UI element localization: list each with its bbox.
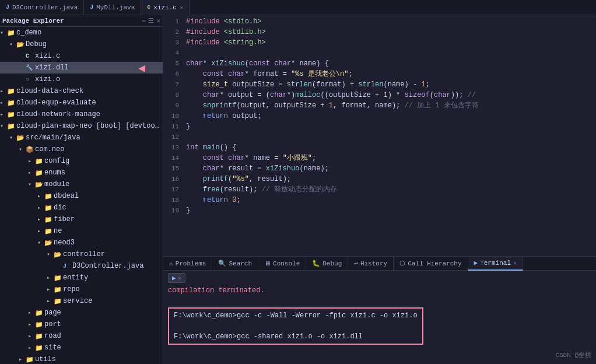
terminal-content: compilation terminated. F:\work\c_demo>g… — [168, 285, 591, 346]
project-icon: 📁 — [7, 99, 16, 107]
tree-item-service[interactable]: ▸ 📁 service — [0, 295, 163, 307]
tree-item-ne[interactable]: ▸ 📁 ne — [0, 225, 163, 237]
tree-item-xizi-dll[interactable]: 🔧 xizi.dll ◀ — [0, 62, 163, 74]
item-label: dbdeal — [54, 192, 79, 200]
tree-item-enums[interactable]: ▸ 📁 enums — [0, 167, 163, 178]
editor-area: 1 #include <stdio.h> 2 #include <stdlib.… — [163, 15, 596, 364]
project-icon: 📁 — [7, 29, 16, 37]
tab-xizi-c[interactable]: c xizi.c ✕ — [141, 0, 190, 15]
item-label: Debug — [26, 40, 47, 48]
close-icon[interactable]: ✕ — [178, 275, 181, 282]
item-label: controller — [63, 250, 105, 258]
bottom-panel: ⚠ Problems 🔍 Search 🖥 Console 🐛 Debug ↩ — [163, 256, 596, 364]
tab-label: Debug — [322, 260, 342, 267]
item-label: dic — [54, 204, 66, 212]
arrow-icon: ▸ — [47, 298, 54, 304]
tree-item-cloud-equp-evaluate[interactable]: ▸ 📁 cloud-equp-evaluate — [0, 97, 163, 108]
tab-debug[interactable]: 🐛 Debug — [306, 257, 348, 271]
tree-item-site[interactable]: ▸ 📁 site — [0, 342, 163, 354]
item-label: xizi.o — [35, 75, 60, 83]
tree-item-cloud-network-manage[interactable]: ▸ 📁 cloud-network-manage — [0, 108, 163, 120]
history-icon: ↩ — [354, 260, 358, 267]
item-label: src/main/java — [26, 134, 80, 142]
tab-call-hierarchy[interactable]: ⬡ Call Hierarchy — [394, 257, 468, 271]
folder-icon: 📁 — [35, 169, 44, 177]
folder-icon: 📂 — [54, 251, 63, 258]
folder-icon: 📁 — [54, 274, 63, 282]
arrow-icon: ▾ — [9, 41, 16, 48]
project-icon: 📁 — [7, 123, 16, 130]
tree-item-cloud-data-check[interactable]: ▸ 📁 cloud-data-check — [0, 85, 163, 97]
item-label: cloud-equp-evaluate — [16, 99, 96, 107]
tree-item-xizi-c[interactable]: C xizi.c — [0, 50, 163, 62]
terminal-sub-tabs: ▶ ✕ — [168, 273, 591, 283]
tree-item-module[interactable]: ▾ 📂 module — [0, 178, 163, 190]
tree-item-xizi-o[interactable]: ○ xizi.o — [0, 74, 163, 85]
collapse-icon[interactable]: ⇔ — [142, 17, 146, 24]
c-file-icon: C — [26, 53, 35, 60]
package-explorer: Package Explorer ⇔ ☰ ✕ ▾ 📁 c_demo ▾ 📂 De… — [0, 15, 163, 364]
tree-item-dic[interactable]: ▸ 📁 dic — [0, 202, 163, 214]
tab-mydll[interactable]: J MyDll.java — [84, 0, 141, 15]
sidebar-actions: ⇔ ☰ ✕ — [142, 17, 160, 24]
close-icon[interactable]: ✕ — [156, 17, 160, 24]
item-label: port — [44, 320, 61, 328]
tree-item-port[interactable]: ▸ 📁 port — [0, 318, 163, 330]
code-view[interactable]: 1 #include <stdio.h> 2 #include <stdlib.… — [163, 15, 596, 256]
tree-item-com-neo[interactable]: ▾ 📦 com.neo — [0, 144, 163, 155]
watermark: CSDN @坐桃 — [555, 351, 591, 359]
tab-console[interactable]: 🖥 Console — [258, 257, 306, 271]
code-line: 5 char* xiZishuo(const char* name) { — [163, 58, 596, 69]
tree-item-d3controller[interactable]: J D3Controller.java — [0, 260, 163, 272]
tree-item-dbdeal[interactable]: ▸ 📁 dbdeal — [0, 190, 163, 202]
folder-icon: 📁 — [44, 216, 54, 223]
tab-d3controller[interactable]: J D3Controller.java — [0, 0, 84, 15]
tab-label: History — [360, 260, 387, 267]
code-line: 10 return output; — [163, 111, 596, 121]
tab-label: Problems — [176, 260, 206, 267]
java-icon: J — [90, 4, 93, 10]
tree-item-page[interactable]: ▸ 📁 page — [0, 307, 163, 318]
tree-item-c_demo[interactable]: ▾ 📁 c_demo — [0, 27, 163, 38]
arrow-icon: ▾ — [19, 146, 26, 153]
folder-icon: 📁 — [35, 332, 44, 340]
item-label: repo — [63, 285, 80, 293]
code-line: 9 snprintf(output, outputSize + 1, forma… — [163, 100, 596, 111]
item-label: xizi.dll — [35, 64, 69, 72]
tree-item-road[interactable]: ▸ 📁 road — [0, 330, 163, 342]
terminal-instance-tab[interactable]: ▶ ✕ — [168, 273, 185, 283]
terminal-command-box: F:\work\c_demo>gcc -c -Wall -Werror -fpi… — [168, 307, 423, 345]
menu-icon[interactable]: ☰ — [148, 17, 154, 24]
code-line: 1 #include <stdio.h> — [163, 16, 596, 27]
arrow-icon: ▾ — [0, 123, 7, 130]
item-label: neod3 — [54, 239, 75, 247]
folder-icon: 📁 — [35, 309, 44, 317]
tree-item-controller[interactable]: ▾ 📂 controller — [0, 249, 163, 260]
tab-search[interactable]: 🔍 Search — [212, 257, 258, 271]
terminal-line: compilation terminated. — [168, 285, 591, 296]
terminal-area[interactable]: ▶ ✕ compilation terminated. F:\work\c_de… — [163, 271, 596, 364]
close-icon[interactable]: ✕ — [513, 260, 517, 267]
tree-item-src-main-java[interactable]: ▾ 📂 src/main/java — [0, 132, 163, 144]
item-label: c_demo — [16, 29, 41, 37]
tree-item-utils[interactable]: ▸ 📁 utils — [0, 354, 163, 364]
tree-item-neod3[interactable]: ▾ 📂 neod3 — [0, 237, 163, 249]
arrow-icon: ▸ — [28, 158, 35, 164]
tree-item-fiber[interactable]: ▸ 📁 fiber — [0, 214, 163, 225]
tab-history[interactable]: ↩ History — [348, 257, 394, 271]
terminal-line: F:\work\c_demo>gcc -c -Wall -Werror -fpi… — [174, 310, 418, 321]
tab-problems[interactable]: ⚠ Problems — [163, 257, 212, 271]
item-label: utils — [35, 355, 56, 363]
tab-label: Console — [273, 260, 300, 267]
tree-item-debug[interactable]: ▾ 📂 Debug — [0, 38, 163, 50]
arrow-icon: ▸ — [37, 204, 44, 211]
tree-item-repo[interactable]: ▸ 📁 repo — [0, 284, 163, 295]
terminal-line — [168, 296, 591, 306]
tree-item-entity[interactable]: ▸ 📁 entity — [0, 272, 163, 284]
tree-item-config[interactable]: ▸ 📁 config — [0, 155, 163, 167]
tab-terminal[interactable]: ▶ Terminal ✕ — [468, 257, 523, 271]
tab-label: Terminal — [480, 260, 511, 267]
tree-item-cloud-plan-map-neo[interactable]: ▾ 📁 cloud-plan-map-neo [boot] [devtools] — [0, 120, 163, 132]
arrow-icon: ▸ — [28, 344, 35, 351]
close-icon[interactable]: ✕ — [180, 4, 183, 11]
